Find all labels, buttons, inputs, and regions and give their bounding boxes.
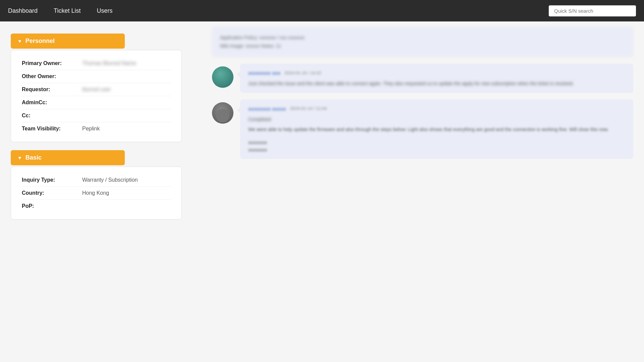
personnel-label: Personnel bbox=[25, 38, 55, 45]
right-panel: Application Policy: xxxxxxx / xxx xxxxxx… bbox=[201, 21, 644, 362]
activity-item-2: xxxxxxxx xxxxx 2024-01-14 / 11:04 Comple… bbox=[212, 100, 633, 159]
comment-meta-1: 2024-01-15 / 14:22 bbox=[284, 70, 321, 77]
comment-author-1: xxxxxxxx xxx bbox=[248, 69, 280, 77]
comment-bubble-1: xxxxxxxx xxx 2024-01-15 / 14:22 Just che… bbox=[240, 64, 633, 93]
field-cc: Cc: bbox=[22, 109, 171, 122]
comment-text-1: Just checked the issue and the client wa… bbox=[248, 80, 625, 87]
value-team-visibility: Peplink bbox=[82, 126, 171, 132]
field-requestor: Requestor: blurred user bbox=[22, 83, 171, 96]
label-cc: Cc: bbox=[22, 113, 82, 119]
nav-ticket-list[interactable]: Ticket List bbox=[54, 7, 80, 14]
chevron-down-icon-basic: ▼ bbox=[17, 155, 22, 161]
field-admincc: AdminCc: bbox=[22, 96, 171, 109]
activity-feed: xxxxxxxx xxx 2024-01-15 / 14:22 Just che… bbox=[212, 64, 633, 159]
label-team-visibility: Team Visibility: bbox=[22, 126, 82, 132]
value-inquiry-type: Warranty / Subscription bbox=[82, 177, 171, 183]
quick-sn-search-input[interactable] bbox=[549, 5, 636, 16]
page-body: ▼ Personnel Primary Owner: Thomas Blurre… bbox=[0, 21, 644, 362]
basic-section-header[interactable]: ▼ Basic bbox=[11, 150, 125, 165]
top-card-line2: Mile Image: xxxxxx Notes: 11 bbox=[220, 42, 625, 50]
label-primary-owner: Primary Owner: bbox=[22, 60, 82, 66]
nav-dashboard[interactable]: Dashboard bbox=[8, 7, 38, 14]
label-country: Country: bbox=[22, 190, 82, 196]
comment-text-long-2: We were able to help update the firmware… bbox=[248, 126, 625, 133]
basic-label: Basic bbox=[25, 154, 42, 161]
activity-item-1: xxxxxxxx xxx 2024-01-15 / 14:22 Just che… bbox=[212, 64, 633, 93]
field-pop: PoP: bbox=[22, 200, 171, 213]
label-other-owner: Other Owner: bbox=[22, 73, 82, 79]
comment-bubble-2: xxxxxxxx xxxxx 2024-01-14 / 11:04 Comple… bbox=[240, 100, 633, 159]
comment-text-short-2: Completed bbox=[248, 116, 625, 123]
label-pop: PoP: bbox=[22, 203, 82, 209]
value-primary-owner: Thomas Blurred Name bbox=[82, 60, 171, 66]
value-country: Hong Kong bbox=[82, 190, 171, 196]
basic-card: Inquiry Type: Warranty / Subscription Co… bbox=[11, 167, 182, 220]
comment-meta-2: 2024-01-14 / 11:04 bbox=[290, 105, 327, 112]
top-card-line1: Application Policy: xxxxxxx / xxx xxxxxx… bbox=[220, 34, 625, 42]
personnel-card: Primary Owner: Thomas Blurred Name Other… bbox=[11, 50, 182, 142]
comment-author-2: xxxxxxxx xxxxx bbox=[248, 105, 286, 113]
navbar: Dashboard Ticket List Users bbox=[0, 0, 644, 21]
avatar-teal-1 bbox=[212, 66, 233, 88]
label-inquiry-type: Inquiry Type: bbox=[22, 177, 82, 183]
comment-header-1: xxxxxxxx xxx 2024-01-15 / 14:22 bbox=[248, 69, 625, 77]
field-other-owner: Other Owner: bbox=[22, 70, 171, 83]
comment-text-footer-2: xxxxxxxxxxxxxxxx bbox=[248, 139, 625, 154]
personnel-section-header[interactable]: ▼ Personnel bbox=[11, 34, 125, 49]
top-activity-card: Application Policy: xxxxxxx / xxx xxxxxx… bbox=[212, 27, 633, 57]
field-primary-owner: Primary Owner: Thomas Blurred Name bbox=[22, 57, 171, 70]
field-country: Country: Hong Kong bbox=[22, 187, 171, 200]
chevron-down-icon: ▼ bbox=[17, 39, 22, 44]
nav-users[interactable]: Users bbox=[97, 7, 112, 14]
label-requestor: Requestor: bbox=[22, 86, 82, 93]
field-team-visibility: Team Visibility: Peplink bbox=[22, 122, 171, 135]
value-requestor: blurred user bbox=[82, 86, 171, 93]
label-admincc: AdminCc: bbox=[22, 100, 82, 106]
field-inquiry-type: Inquiry Type: Warranty / Subscription bbox=[22, 174, 171, 187]
left-panel: ▼ Personnel Primary Owner: Thomas Blurre… bbox=[0, 21, 201, 362]
avatar-photo-2 bbox=[212, 102, 233, 124]
comment-header-2: xxxxxxxx xxxxx 2024-01-14 / 11:04 bbox=[248, 105, 625, 113]
